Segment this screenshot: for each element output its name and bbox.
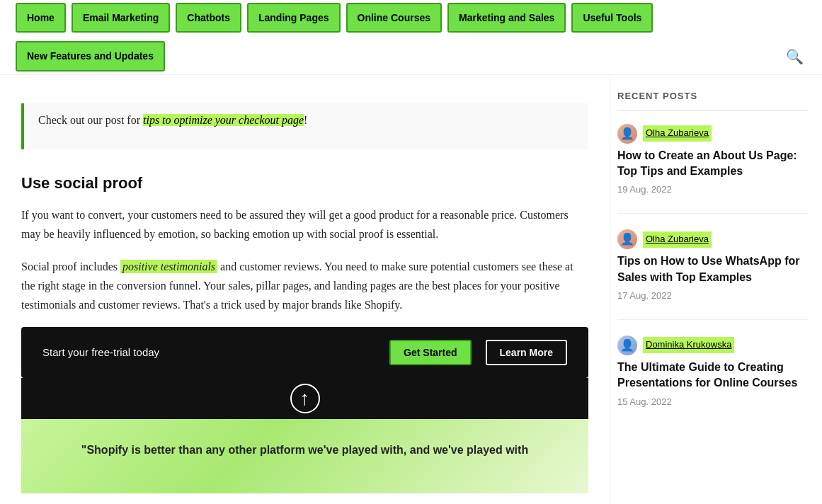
get-started-button[interactable]: Get Started (389, 340, 471, 365)
recent-post-item-3: 👤 Dominika Krukowska The Ultimate Guide … (617, 336, 808, 425)
post-1-author-name[interactable]: Olha Zubarieva (643, 125, 712, 142)
sidebar: RECENT POSTS 👤 Olha Zubarieva How to Cre… (610, 75, 822, 504)
paragraph-2: Social proof includes positive testimoni… (21, 257, 588, 315)
post-1-avatar: 👤 (617, 124, 637, 144)
nav-useful-tools[interactable]: Useful Tools (571, 3, 653, 33)
post-3-author-row: 👤 Dominika Krukowska (617, 336, 808, 355)
positive-testimonials-highlight: positive testimonials (120, 260, 217, 273)
search-icon[interactable]: 🔍 (782, 41, 808, 72)
nav-chatbots[interactable]: Chatbots (176, 3, 241, 33)
cta-banner-wrapper: Start your free-trial today Get Started … (21, 327, 588, 493)
nav-marketing-and-sales[interactable]: Marketing and Sales (447, 3, 566, 33)
para2-prefix: Social proof includes (21, 260, 120, 273)
blockquote: Check out our post for tips to optimize … (21, 103, 588, 149)
nav-new-features[interactable]: New Features and Updates (16, 41, 165, 71)
post-1-date: 19 Aug. 2022 (617, 183, 808, 197)
nav-online-courses[interactable]: Online Courses (346, 3, 442, 33)
blockquote-prefix: Check out our post for (38, 114, 143, 126)
post-2-author-name[interactable]: Olha Zubarieva (643, 231, 712, 248)
cta-banner: Start your free-trial today Get Started … (21, 327, 588, 378)
upload-icon: ↑ (290, 384, 320, 413)
post-1-title[interactable]: How to Create an About Us Page: Top Tips… (617, 148, 808, 180)
nav-email-marketing[interactable]: Email Marketing (72, 3, 170, 33)
post-2-title[interactable]: Tips on How to Use WhatsApp for Sales wi… (617, 253, 808, 285)
blockquote-text: Check out our post for tips to optimize … (38, 110, 574, 130)
post-3-avatar: 👤 (617, 336, 637, 355)
post-3-title[interactable]: The Ultimate Guide to Creating Presentat… (617, 360, 808, 391)
cta-text: Start your free-trial today (42, 344, 375, 361)
post-2-date: 17 Aug. 2022 (617, 289, 808, 304)
recent-post-item-2: 👤 Olha Zubarieva Tips on How to Use What… (617, 229, 808, 320)
post-3-date: 15 Aug. 2022 (617, 395, 808, 410)
post-1-author-row: 👤 Olha Zubarieva (617, 124, 808, 144)
post-2-avatar: 👤 (617, 229, 637, 249)
learn-more-button[interactable]: Learn More (486, 340, 567, 365)
main-nav: Home Email Marketing Chatbots Landing Pa… (0, 0, 822, 75)
main-content: Check out our post for tips to optimize … (0, 75, 610, 504)
recent-post-item-1: 👤 Olha Zubarieva How to Create an About … (617, 124, 808, 214)
shopify-quote-area: "Shopify is better than any other platfo… (21, 419, 588, 493)
recent-posts-heading: RECENT POSTS (617, 89, 808, 111)
shopify-quote-text: "Shopify is better than any other platfo… (42, 440, 567, 459)
paragraph-1: If you want to convert, your customers n… (21, 205, 588, 244)
post-2-author-row: 👤 Olha Zubarieva (617, 229, 808, 249)
page-layout: Check out our post for tips to optimize … (0, 75, 822, 504)
section-heading: Use social proof (21, 171, 588, 195)
post-3-author-name[interactable]: Dominika Krukowska (643, 337, 734, 353)
blockquote-suffix: ! (304, 114, 307, 126)
nav-landing-pages[interactable]: Landing Pages (247, 3, 341, 33)
nav-home[interactable]: Home (16, 3, 66, 33)
checkout-link[interactable]: tips to optimize your checkout page (143, 114, 304, 126)
